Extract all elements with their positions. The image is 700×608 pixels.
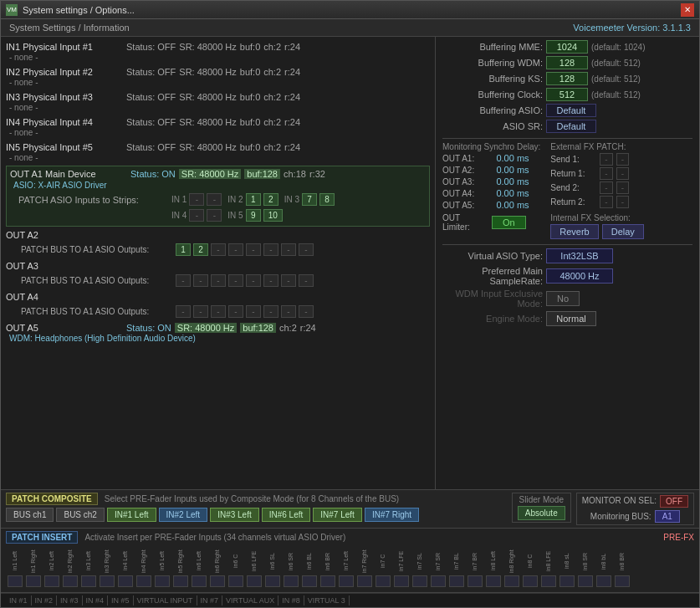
channel-btn-29[interactable] [541,575,556,587]
pc-in6-left[interactable]: IN#6 Left [262,508,311,522]
channel-btn-13[interactable] [247,575,262,587]
channel-btn-10[interactable] [192,575,207,587]
a4-btn-1[interactable]: - [176,305,191,318]
a2-btn-3[interactable]: - [211,243,226,256]
a4-btn-8[interactable]: - [299,305,314,318]
a2-btn-2[interactable]: 2 [193,243,208,256]
channel-btn-21[interactable] [394,575,409,587]
channel-btn-8[interactable] [155,575,170,587]
channel-btn-6[interactable] [118,575,133,587]
engine-mode-value[interactable]: Normal [546,311,596,326]
pc-in7-left[interactable]: IN#7 Left [313,508,362,522]
a2-btn-4[interactable]: - [228,243,243,256]
a3-btn-2[interactable]: - [193,274,208,287]
send2-btn2[interactable]: - [616,181,629,194]
channel-btn-32[interactable] [596,575,611,587]
return1-btn1[interactable]: - [600,167,612,180]
channel-btn-19[interactable] [357,575,372,587]
wdm-exclusive-value[interactable]: No [546,291,580,306]
pc-bus-ch2[interactable]: BUS ch2 [56,508,104,522]
in2-btn1[interactable]: 1 [246,193,261,206]
channel-btn-23[interactable] [431,575,446,587]
a4-btn-7[interactable]: - [281,305,296,318]
channel-btn-33[interactable] [615,575,630,587]
channel-btn-26[interactable] [486,575,501,587]
in5-btn1[interactable]: 9 [246,209,261,222]
in5-btn2[interactable]: 10 [263,209,283,222]
send1-btn1[interactable]: - [600,153,612,166]
monitor-off-button[interactable]: OFF [660,495,688,508]
preferred-sr-value[interactable]: 48000 Hz [546,268,613,284]
channel-btn-15[interactable] [284,575,299,587]
a4-btn-2[interactable]: - [193,305,208,318]
return2-btn2[interactable]: - [616,196,629,208]
a2-btn-6[interactable]: - [263,243,278,256]
channel-btn-2[interactable] [44,575,59,587]
channel-btn-14[interactable] [265,575,280,587]
channel-btn-27[interactable] [504,575,519,587]
pc-bus-ch1[interactable]: BUS ch1 [6,508,54,522]
a4-btn-6[interactable]: - [263,305,278,318]
buf-wdm-value[interactable]: 128 [546,56,588,69]
a3-btn-4[interactable]: - [228,274,243,287]
channel-btn-24[interactable] [449,575,464,587]
buf-mme-value[interactable]: 1024 [546,40,588,54]
return1-btn2[interactable]: - [616,167,629,180]
in4-btn2[interactable]: - [207,209,222,222]
channel-btn-0[interactable] [8,575,23,587]
a3-btn-1[interactable]: - [176,274,191,287]
a2-btn-7[interactable]: - [281,243,296,256]
absolute-button[interactable]: Absolute [518,506,565,520]
channel-btn-7[interactable] [136,575,151,587]
a2-btn-1[interactable]: 1 [176,243,191,256]
channel-btn-17[interactable] [320,575,335,587]
buf-asio-value[interactable]: Default [546,104,596,117]
in1-btn2[interactable]: - [207,193,222,206]
a3-btn-6[interactable]: - [263,274,278,287]
in2-btn2[interactable]: 2 [263,193,278,206]
a3-btn-7[interactable]: - [281,274,296,287]
return2-btn1[interactable]: - [600,196,612,208]
a4-btn-3[interactable]: - [211,305,226,318]
channel-btn-9[interactable] [173,575,188,587]
channel-btn-30[interactable] [559,575,575,587]
channel-btn-31[interactable] [578,575,593,587]
a3-btn-3[interactable]: - [211,274,226,287]
virtual-asio-value[interactable]: Int32LSB [546,248,613,263]
pc-in1-left[interactable]: IN#1 Left [107,508,156,522]
pc-in2-left[interactable]: IN#2 Left [159,508,208,522]
buf-clock-value[interactable]: 512 [546,88,588,101]
buf-ks-value[interactable]: 128 [546,72,588,85]
a4-btn-4[interactable]: - [228,305,243,318]
channel-btn-1[interactable] [26,575,41,587]
monitoring-a1-button[interactable]: A1 [655,510,680,523]
a3-btn-5[interactable]: - [246,274,261,287]
channel-btn-25[interactable] [468,575,483,587]
send1-btn2[interactable]: - [616,153,629,166]
asio-sr-value[interactable]: Default [546,120,596,133]
close-button[interactable]: ✕ [681,3,694,17]
a3-btn-8[interactable]: - [299,274,314,287]
pc-in7-right[interactable]: IN#7 Right [365,508,419,522]
channel-btn-11[interactable] [210,575,225,587]
reverb-button[interactable]: Reverb [550,224,598,239]
channel-btn-28[interactable] [523,575,538,587]
in3-btn2[interactable]: 8 [319,193,335,206]
channel-btn-4[interactable] [81,575,96,587]
channel-btn-12[interactable] [228,575,243,587]
a4-btn-5[interactable]: - [246,305,261,318]
pc-in3-left[interactable]: IN#3 Left [210,508,259,522]
delay-button[interactable]: Delay [602,224,644,239]
channel-btn-20[interactable] [376,575,391,587]
in3-btn1[interactable]: 7 [302,193,317,206]
a2-btn-8[interactable]: - [299,243,314,256]
channel-btn-22[interactable] [412,575,427,587]
send2-btn1[interactable]: - [600,181,612,194]
channel-btn-18[interactable] [339,575,354,587]
channel-btn-16[interactable] [302,575,317,587]
in1-btn1[interactable]: - [189,193,204,206]
a2-btn-5[interactable]: - [246,243,261,256]
channel-btn-5[interactable] [100,575,115,587]
in4-btn1[interactable]: - [189,209,204,222]
channel-btn-3[interactable] [63,575,78,587]
